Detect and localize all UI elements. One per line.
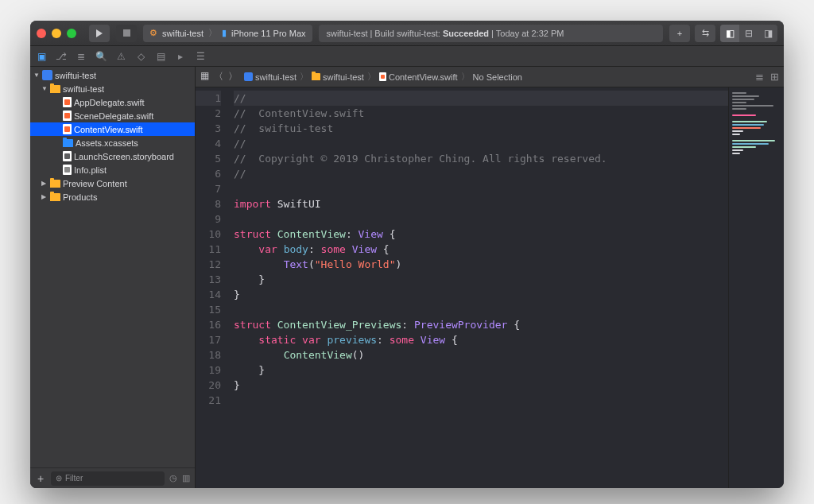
xcode-window: ⚙ swiftui-test 〉 ▮ iPhone 11 Pro Max swi… — [30, 21, 784, 488]
chevron-right-icon: 〉 — [208, 27, 217, 39]
breadcrumb: swiftui-test 〉 swiftui-test 〉 ContentVie… — [244, 71, 749, 83]
project-navigator-icon[interactable]: ▣ — [35, 51, 48, 62]
folder-icon — [50, 85, 60, 93]
storyboard-icon — [63, 151, 72, 161]
group-folder-label: swiftui-test — [63, 84, 104, 94]
filter-icon: ⊜ — [56, 474, 62, 483]
crumb-group[interactable]: swiftui-test — [312, 72, 364, 82]
crumb-label: No Selection — [473, 72, 522, 82]
close-button[interactable] — [37, 29, 46, 38]
file-appdelegate[interactable]: AppDelegate.swift — [30, 95, 195, 109]
breakpoint-navigator-icon[interactable]: ▸ — [174, 51, 187, 62]
folder-label: Preview Content — [63, 179, 127, 188]
maximize-button[interactable] — [67, 29, 76, 38]
file-contentview[interactable]: ContentView.swift — [30, 122, 195, 136]
swift-file-icon — [63, 97, 72, 107]
editor-area: ▦ 〈 〉 swiftui-test 〉 swiftui-test 〉 Cont… — [196, 67, 784, 488]
minimap[interactable] — [728, 87, 784, 488]
crumb-label: ContentView.swift — [389, 72, 458, 82]
scheme-selector[interactable]: ⚙ swiftui-test 〉 ▮ iPhone 11 Pro Max — [143, 25, 312, 42]
scm-filter-icon[interactable]: ▥ — [182, 473, 190, 483]
folder-icon — [50, 180, 60, 188]
report-navigator-icon[interactable]: ☰ — [194, 51, 207, 62]
file-label: Info.plist — [74, 165, 107, 175]
status-time: Today at 2:32 PM — [496, 29, 564, 38]
filter-field[interactable]: ⊜ Filter — [51, 471, 165, 486]
related-items-icon[interactable]: ▦ — [200, 70, 209, 83]
scheme-device-label: iPhone 11 Pro Max — [231, 29, 306, 38]
status-project: swiftui-test — [327, 29, 368, 38]
file-launchscreen[interactable]: LaunchScreen.storyboard — [30, 149, 195, 163]
test-navigator-icon[interactable]: ◇ — [134, 51, 147, 62]
svg-rect-0 — [123, 29, 130, 37]
file-infoplist[interactable]: Info.plist — [30, 163, 195, 176]
crumb-selection[interactable]: No Selection — [473, 72, 522, 82]
source-control-navigator-icon[interactable]: ⎇ — [55, 51, 68, 62]
stop-button[interactable] — [116, 25, 137, 42]
source-editor[interactable]: 123456789101112131415161718192021 //// C… — [196, 87, 728, 488]
add-editor-icon[interactable]: ⊞ — [770, 71, 779, 83]
toggle-right-panel[interactable]: ◨ — [758, 25, 777, 42]
file-label: ContentView.swift — [74, 125, 143, 134]
preview-content-folder[interactable]: ▶Preview Content — [30, 176, 195, 190]
swift-file-icon — [379, 72, 386, 81]
project-root[interactable]: ▼swiftui-test — [30, 68, 195, 82]
folder-icon — [312, 73, 320, 80]
file-label: SceneDelegate.swift — [74, 111, 153, 121]
code-review-button[interactable]: ⇆ — [695, 25, 715, 42]
line-gutter: 123456789101112131415161718192021 — [196, 87, 229, 488]
jump-bar: ▦ 〈 〉 swiftui-test 〉 swiftui-test 〉 Cont… — [196, 67, 784, 87]
minimize-button[interactable] — [52, 29, 61, 38]
project-navigator: ▼swiftui-test ▼swiftui-test AppDelegate.… — [30, 67, 196, 488]
plist-icon — [63, 165, 72, 175]
folder-icon — [50, 193, 60, 201]
library-button[interactable]: + — [669, 25, 690, 42]
project-root-label: swiftui-test — [55, 71, 96, 80]
recent-filter-icon[interactable]: ◷ — [169, 473, 177, 483]
crumb-file[interactable]: ContentView.swift — [379, 72, 458, 82]
file-scenedelegate[interactable]: SceneDelegate.swift — [30, 109, 195, 122]
activity-status: swiftui-test | Build swiftui-test: Succe… — [319, 25, 663, 42]
navigator-footer: + ⊜ Filter ◷ ▥ — [30, 467, 195, 488]
file-label: LaunchScreen.storyboard — [74, 152, 174, 161]
navigator-footer-right: ◷ ▥ — [169, 473, 190, 483]
group-folder[interactable]: ▼swiftui-test — [30, 82, 195, 95]
file-label: Assets.xcassets — [76, 138, 138, 148]
window-controls — [37, 29, 76, 38]
project-icon — [244, 72, 253, 81]
add-file-button[interactable]: + — [35, 472, 46, 485]
file-assets[interactable]: Assets.xcassets — [30, 136, 195, 149]
issue-navigator-icon[interactable]: ⚠ — [114, 51, 127, 62]
back-button[interactable]: 〈 — [214, 70, 223, 83]
run-button[interactable] — [89, 25, 110, 42]
forward-button[interactable]: 〉 — [228, 70, 238, 83]
project-icon — [42, 70, 52, 80]
symbol-navigator-icon[interactable]: ≣ — [75, 51, 87, 62]
titlebar: ⚙ swiftui-test 〉 ▮ iPhone 11 Pro Max swi… — [30, 21, 784, 46]
filter-placeholder: Filter — [65, 474, 83, 483]
status-prefix: Build swiftui-test: — [374, 29, 440, 38]
status-result: Succeeded — [443, 29, 489, 38]
panel-toggle-segment: ◧ ⊟ ◨ — [720, 25, 777, 42]
editor-options-icon[interactable]: ≣ — [755, 71, 764, 83]
crumb-project[interactable]: swiftui-test — [244, 72, 297, 82]
assets-icon — [63, 139, 73, 147]
folder-label: Products — [63, 192, 97, 202]
toggle-left-panel[interactable]: ◧ — [720, 25, 739, 42]
code-lines[interactable]: //// ContentView.swift// swiftui-test///… — [229, 87, 728, 488]
swift-file-icon — [63, 110, 72, 121]
file-label: AppDelegate.swift — [74, 98, 145, 107]
debug-navigator-icon[interactable]: ▤ — [154, 51, 167, 62]
crumb-label: swiftui-test — [323, 72, 364, 82]
navigator-icons: ▣ ⎇ ≣ 🔍 ⚠ ◇ ▤ ▸ ☰ — [35, 51, 207, 62]
find-navigator-icon[interactable]: 🔍 — [95, 51, 107, 62]
toggle-bottom-panel[interactable]: ⊟ — [739, 25, 758, 42]
scheme-target-label: swiftui-test — [162, 29, 204, 38]
crumb-label: swiftui-test — [255, 72, 297, 82]
file-tree: ▼swiftui-test ▼swiftui-test AppDelegate.… — [30, 67, 195, 467]
products-folder[interactable]: ▶Products — [30, 190, 195, 204]
toolbar-right: + ⇆ ◧ ⊟ ◨ — [669, 25, 777, 42]
swift-file-icon — [63, 124, 72, 134]
navigator-selector-bar: ▣ ⎇ ≣ 🔍 ⚠ ◇ ▤ ▸ ☰ — [30, 46, 784, 67]
